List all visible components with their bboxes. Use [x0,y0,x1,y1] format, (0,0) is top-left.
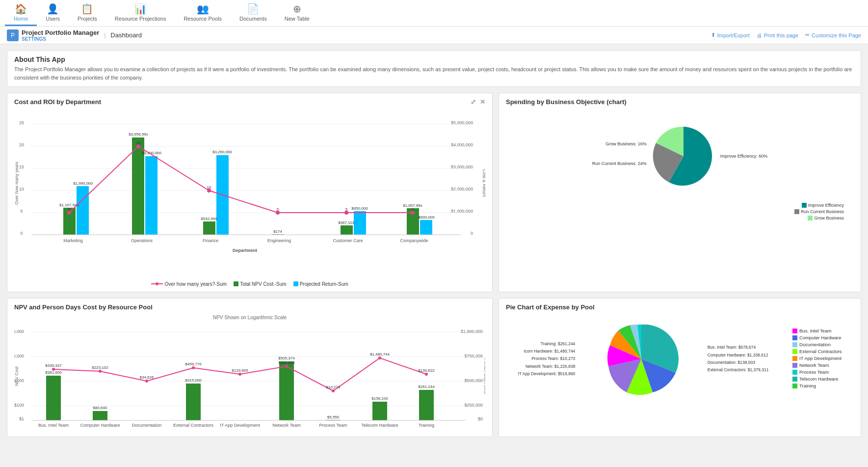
svg-text:$80,640: $80,640 [93,406,107,410]
settings-link[interactable]: SETTINGS [22,36,99,42]
svg-point-84 [378,357,381,359]
bar-ec-pd [186,384,201,420]
svg-text:NPV Cost: NPV Cost [14,366,19,386]
print-button[interactable]: 🖨 Print this page [757,32,798,38]
expense-panel: Pie Chart of Expense by Pool Training: $… [499,298,861,437]
close-icon[interactable]: ✕ [480,98,485,106]
nav-users[interactable]: 👤 Users [37,0,69,26]
svg-text:Operations: Operations [131,238,153,243]
svg-point-79 [145,380,148,383]
spending-chart-panel: Spending by Business Objective (chart) G… [499,93,861,292]
svg-text:$100: $100 [14,403,24,408]
npv-svg: $100,000,000 $1,000,000 $10,000 $100 $1 … [14,322,485,430]
svg-text:$250,000: $250,000 [464,403,483,408]
cost-roi-legend: Over how many years?-Sum Total NPV Cost:… [14,281,485,287]
bar-tele-pd [372,402,387,420]
svg-point-52 [156,282,158,285]
svg-text:Department: Department [233,248,257,253]
expense-legend: Bus. Intel Team Computer Hardware Docume… [792,328,842,390]
svg-text:$129,865: $129,865 [232,368,248,373]
nav-home[interactable]: 🏠 Home [5,0,37,26]
customize-button[interactable]: ✏ Customize this Page [805,32,861,38]
nav-projects[interactable]: 📋 Projects [69,0,106,26]
resource-projections-icon: 📊 [134,3,147,15]
svg-point-77 [52,368,55,371]
breadcrumb-bar: P Project Portfolio Manager SETTINGS | D… [0,27,868,44]
expense-pie-svg [602,320,681,398]
nav-home-label: Home [14,16,28,22]
import-export-button[interactable]: ⬆ Import/Export [711,32,750,38]
expense-pie-container: Training: $261,244 Icom Hardware: $1,480… [506,315,854,403]
svg-text:IT App Development: IT App Development [220,423,260,428]
nav-new-table[interactable]: ⊕ New Table [276,0,318,26]
svg-text:5: 5 [20,209,23,214]
nav-resource-projections-label: Resource Projections [115,16,166,22]
new-table-icon: ⊕ [293,3,301,15]
svg-point-80 [192,366,195,369]
svg-text:5: 5 [277,207,279,212]
svg-text:$5,550: $5,550 [327,415,340,419]
legend-busint: Bus. Intel Team [792,328,842,333]
legend-doc: Documentation [792,342,842,347]
nav-resource-pools[interactable]: 👥 Resource Pools [175,0,231,26]
legend-improve: Improve Efficiency [802,203,844,208]
expand-icon[interactable]: ⤢ [471,98,476,106]
main-content: About This App The Project Portfolio Man… [0,44,868,443]
nav-documents[interactable]: 📄 Documents [231,0,276,26]
expense-labels-right: Bus. Intel Team: $678,674 Computer Hardw… [708,344,769,374]
import-export-icon: ⬆ [711,32,715,38]
npv-svg-container: $100,000,000 $1,000,000 $10,000 $100 $1 … [14,322,485,432]
nav-resource-projections[interactable]: 📊 Resource Projections [106,0,175,26]
svg-text:$600,000: $600,000 [418,215,435,220]
svg-text:15: 15 [19,165,24,169]
npv-subtitle: NPV Shown on Logarithmic Scale [14,315,485,320]
spending-title: Spending by Business Objective (chart) [506,98,854,106]
expense-chart-panel: Pie Chart of Expense by Pool Training: $… [499,298,861,437]
app-name-text: Project Portfolio Manager [22,29,99,36]
expense-title: Pie Chart of Expense by Pool [506,303,854,311]
breadcrumb-separator: | [104,32,105,39]
svg-text:$3,956,59x: $3,956,59x [129,132,148,137]
import-export-label: Import/Export [717,32,750,38]
home-icon: 🏠 [15,3,27,15]
nav-new-table-label: New Table [285,16,310,22]
bar-cw-proj [420,220,432,235]
legend-ch: Computer Hardware [792,335,842,340]
bar-cc-proj [354,211,366,235]
npv-title: NPV and Person Days Cost by Resource Poo… [14,303,485,311]
svg-text:$950,000: $950,000 [351,206,368,211]
svg-text:0: 0 [471,231,473,236]
breadcrumb-right: ⬆ Import/Export 🖨 Print this page ✏ Cust… [711,32,861,38]
svg-text:$367,101: $367,101 [338,220,355,225]
print-label: Print this page [764,32,798,38]
label-ch-right: Computer Hardware: $1,338,612 [708,352,769,359]
svg-text:Training: Training [419,423,434,428]
cost-roi-svg-container: 25 20 15 10 5 0 Over how many years $5,0… [14,110,485,278]
svg-text:$459,770: $459,770 [185,362,202,366]
svg-text:$100,000,000: $100,000,000 [14,329,24,334]
svg-text:0: 0 [20,231,23,236]
spending-labels-left: Grow Business: 16% Run Current Business:… [592,141,647,171]
svg-text:Companywide: Companywide [400,238,428,243]
svg-text:$339,337: $339,337 [45,363,62,368]
svg-text:8: 8 [68,207,71,212]
svg-text:20: 20 [19,142,24,147]
label-run-current: Run Current Business: 24% [592,161,647,166]
legend-it: IT App Development [792,356,842,361]
spending-labels-right: Improve Efficiency: 60% [720,154,767,159]
legend-proc: Process Team [792,369,842,375]
top-row: Cost and ROI by Department ⤢ ✕ 25 20 15 … [7,93,861,292]
cost-roi-svg: 25 20 15 10 5 0 Over how many years $5,0… [14,110,485,276]
breadcrumb-left: P Project Portfolio Manager SETTINGS | D… [7,29,142,42]
users-icon: 👤 [47,3,59,15]
svg-text:Person Days Cost: Person Days Cost [483,358,485,394]
nav-projects-label: Projects [78,16,97,22]
nav-users-label: Users [46,16,60,22]
nav-resource-pools-label: Resource Pools [184,16,222,22]
svg-text:Telecom Hardware: Telecom Hardware [361,423,398,428]
legend-net: Network Team [792,362,842,368]
label-grow-business: Grow Business: 16% [592,141,647,146]
svg-text:Documentation: Documentation [132,423,162,428]
svg-text:$223,102: $223,102 [92,365,108,370]
cost-roi-chart-panel: Cost and ROI by Department ⤢ ✕ 25 20 15 … [7,93,493,292]
